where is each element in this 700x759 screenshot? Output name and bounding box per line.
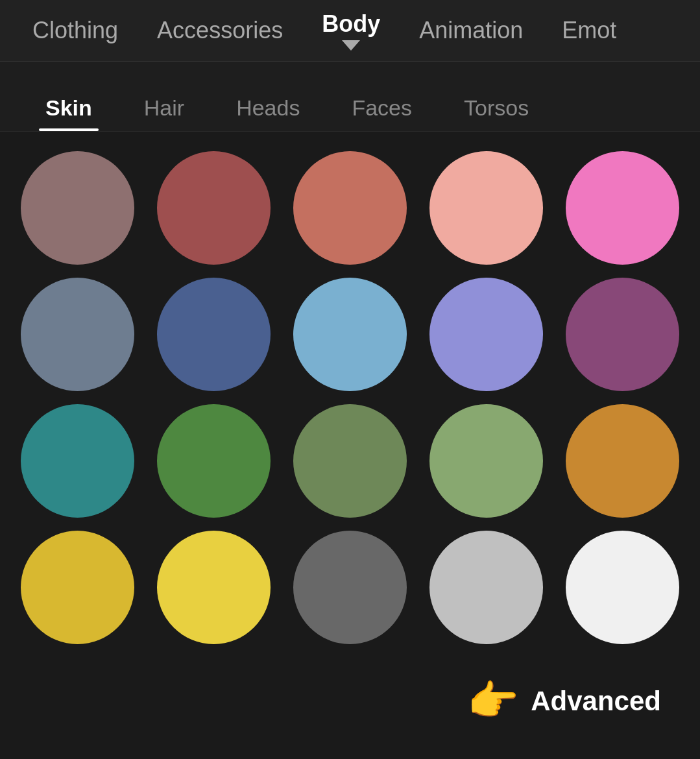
color-grid (0, 132, 700, 664)
nav-item-clothing[interactable]: Clothing (13, 17, 138, 44)
color-swatch-16[interactable] (157, 531, 271, 644)
advanced-label[interactable]: Advanced (531, 686, 661, 717)
advanced-section: 👈 Advanced (0, 664, 700, 745)
top-nav: Clothing Accessories Body Animation Emot (0, 0, 700, 62)
nav-item-animation[interactable]: Animation (400, 17, 542, 44)
color-swatch-7[interactable] (293, 278, 407, 391)
color-swatch-5[interactable] (21, 278, 134, 391)
sub-nav-skin[interactable]: Skin (19, 85, 118, 131)
color-swatch-11[interactable] (157, 404, 271, 518)
sub-nav-hair[interactable]: Hair (118, 85, 210, 131)
color-swatch-12[interactable] (293, 404, 407, 518)
sub-nav-heads[interactable]: Heads (210, 85, 326, 131)
color-swatch-3[interactable] (429, 151, 543, 265)
color-swatch-14[interactable] (566, 404, 679, 518)
color-swatch-19[interactable] (566, 531, 679, 644)
color-swatch-15[interactable] (21, 531, 134, 644)
color-swatch-9[interactable] (566, 278, 679, 391)
color-swatch-2[interactable] (293, 151, 407, 265)
color-swatch-0[interactable] (21, 151, 134, 265)
color-swatch-4[interactable] (566, 151, 679, 265)
hand-pointing-icon: 👈 (468, 677, 520, 725)
nav-item-body[interactable]: Body (302, 10, 400, 51)
color-swatch-17[interactable] (293, 531, 407, 644)
color-swatch-6[interactable] (157, 278, 271, 391)
sub-nav-torsos[interactable]: Torsos (438, 85, 555, 131)
sub-nav-faces[interactable]: Faces (326, 85, 438, 131)
sub-nav: Skin Hair Heads Faces Torsos (0, 62, 700, 132)
nav-item-emot[interactable]: Emot (542, 17, 636, 44)
nav-item-accessories[interactable]: Accessories (138, 17, 302, 44)
color-swatch-13[interactable] (429, 404, 543, 518)
color-swatch-18[interactable] (429, 531, 543, 644)
color-swatch-8[interactable] (429, 278, 543, 391)
color-swatch-1[interactable] (157, 151, 271, 265)
color-swatch-10[interactable] (21, 404, 134, 518)
